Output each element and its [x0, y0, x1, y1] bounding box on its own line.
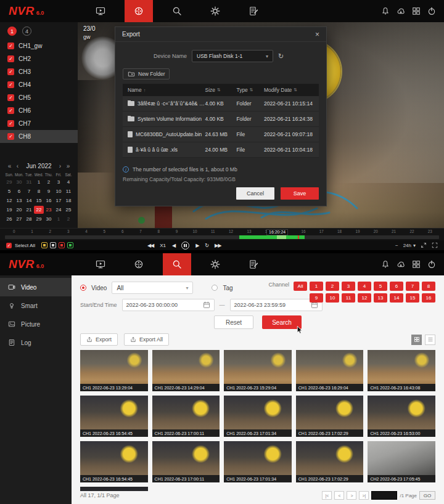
calendar-day[interactable]: 2 [64, 215, 73, 223]
video-type-select[interactable]: All ▾ [112, 282, 193, 294]
nav-search[interactable] [163, 253, 191, 275]
result-card[interactable]: CH1 2022-06-23 17:02:29 [296, 441, 364, 482]
result-card[interactable]: CH1 2022-06-23 16:43:08 [368, 350, 435, 391]
close-icon[interactable]: × [315, 30, 319, 39]
bell-icon[interactable] [381, 7, 390, 15]
nav-log[interactable] [239, 253, 268, 275]
frame-forward-icon[interactable]: ▶ [195, 243, 199, 248]
recorded-segment[interactable] [239, 235, 305, 239]
select-all-checkbox[interactable] [6, 243, 12, 248]
checkbox-checked-icon[interactable] [7, 55, 14, 62]
result-card[interactable]: CH1 2022-06-23 17:00:11 [152, 441, 220, 482]
result-thumbnail[interactable] [152, 441, 220, 475]
save-button[interactable]: Save [281, 187, 319, 200]
calendar-day[interactable]: 17 [54, 197, 64, 205]
result-card[interactable]: CH1 2022-06-23 14:29:04 [152, 350, 220, 391]
channel-button[interactable]: 3 [342, 282, 355, 291]
calendar-day[interactable]: 16 [44, 197, 54, 205]
channel-button[interactable]: 1 [310, 282, 323, 291]
list-view-button[interactable] [425, 335, 435, 345]
result-card[interactable]: CH1 2022-06-23 16:53:00 [368, 396, 435, 437]
reset-button[interactable]: Reset [214, 315, 253, 329]
channel-button[interactable]: 12 [358, 293, 371, 303]
layout-grid-icon[interactable] [412, 7, 421, 15]
calendar-day[interactable]: 3 [54, 178, 64, 186]
page-number-input[interactable] [371, 491, 397, 500]
expand-icon[interactable] [421, 242, 427, 248]
nav-search[interactable] [163, 0, 191, 22]
checkbox-checked-icon[interactable] [7, 68, 14, 75]
nav-live-view[interactable] [86, 253, 115, 275]
file-row[interactable]: MC6830BD_AutoUpdate.bin 24.63 MB File 20… [123, 127, 319, 142]
calendar-day[interactable]: 19 [4, 206, 14, 214]
result-thumbnail[interactable] [296, 441, 364, 475]
result-card[interactable]: CH1 2022-06-23 16:29:04 [296, 350, 364, 391]
refresh-icon[interactable]: ↻ [278, 52, 284, 60]
calendar-day[interactable]: 21 [24, 206, 34, 214]
channel-item[interactable]: CH1_gw [0, 39, 78, 52]
export-all-button[interactable]: Export All [124, 333, 169, 346]
calendar-day[interactable]: 9 [44, 187, 54, 195]
sidebar-item-smart[interactable]: Smart [0, 296, 72, 315]
result-card[interactable]: CH2 2022-06-23 17:05:45 [368, 441, 435, 482]
layout-grid-icon[interactable] [412, 260, 421, 269]
channel-item[interactable]: CH3 [0, 65, 78, 78]
export-button[interactable]: Export [80, 333, 118, 346]
cancel-button[interactable]: Cancel [236, 187, 274, 200]
rewind-icon[interactable]: ◀◀ [147, 243, 154, 248]
power-icon[interactable] [427, 7, 436, 15]
result-card[interactable] [80, 487, 148, 491]
go-button[interactable]: GO [419, 491, 435, 500]
column-header[interactable]: Modify Date ⇅ [264, 87, 319, 93]
calendar-day[interactable]: 1 [54, 215, 64, 223]
speed-label[interactable]: X1 [160, 243, 166, 248]
calendar-day[interactable]: 24 [54, 206, 64, 214]
file-row[interactable]: 3âfê¢æ û ·c«¨â°â´û°&4ê& û æ2·c 4.00 KB F… [123, 96, 319, 112]
calendar-day[interactable]: 8 [34, 187, 44, 195]
calendar-day[interactable]: 1 [34, 178, 44, 186]
fast-forward-icon[interactable]: ▶▶ [215, 243, 221, 248]
channel-button[interactable]: 11 [342, 293, 355, 303]
calendar-day[interactable]: 7 [24, 187, 34, 195]
channel-button[interactable]: 14 [390, 293, 403, 303]
search-button[interactable]: Search [262, 315, 302, 329]
nav-live-view[interactable] [86, 0, 115, 22]
channel-button[interactable]: 16 [422, 293, 435, 303]
result-card[interactable]: CH1 2022-06-23 17:02:29 [296, 396, 364, 437]
nav-settings[interactable] [201, 253, 229, 275]
result-thumbnail[interactable] [296, 396, 364, 429]
channel-item[interactable]: CH8 [0, 130, 78, 143]
device-name-select[interactable]: USB Flash Disk 1-1 ▾ [192, 50, 273, 62]
channel-button[interactable]: 9 [310, 293, 323, 303]
file-row[interactable]: â·¥â û â û ûæ .xls 24.00 MB File 2022-06… [123, 142, 319, 158]
sort-icon[interactable]: ⇅ [250, 87, 253, 92]
result-thumbnail[interactable] [152, 396, 220, 429]
range-select[interactable]: 24h ▾ [403, 243, 416, 248]
calendar-day[interactable]: 14 [24, 197, 34, 205]
calendar-day[interactable]: 28 [24, 215, 34, 223]
result-thumbnail[interactable] [368, 441, 435, 475]
frame-back-icon[interactable]: ◀ [172, 243, 175, 248]
checkbox-checked-icon[interactable] [7, 43, 14, 49]
page-nav-button[interactable]: > [347, 491, 356, 500]
playhead-marker[interactable] [298, 235, 299, 239]
record-type-alarm-chip[interactable] [59, 242, 65, 248]
nav-log[interactable] [239, 0, 268, 22]
prev-month-icon[interactable]: ‹ [14, 163, 22, 169]
calendar-day[interactable]: 13 [14, 197, 24, 205]
result-card[interactable]: CH1 2022-06-23 17:01:34 [224, 441, 292, 482]
record-type-normal-chip[interactable] [50, 242, 56, 248]
pause-button[interactable] [181, 242, 189, 250]
page-nav-button[interactable]: < [334, 491, 344, 500]
calendar-day[interactable]: 30 [44, 215, 54, 223]
zoom-out-icon[interactable]: − [395, 243, 398, 248]
cloud-download-icon[interactable] [397, 7, 405, 15]
page-nav-button[interactable]: |< [322, 491, 332, 500]
result-thumbnail[interactable] [224, 441, 292, 475]
replay-icon[interactable]: ↻ [205, 243, 208, 248]
nav-playback[interactable] [125, 0, 153, 22]
page-nav-button[interactable]: >| [359, 491, 369, 500]
grid-view-button[interactable] [411, 335, 422, 345]
calendar-day[interactable]: 31 [24, 178, 34, 186]
file-row[interactable]: System Volume Information 4.00 KB Folder… [123, 112, 319, 127]
